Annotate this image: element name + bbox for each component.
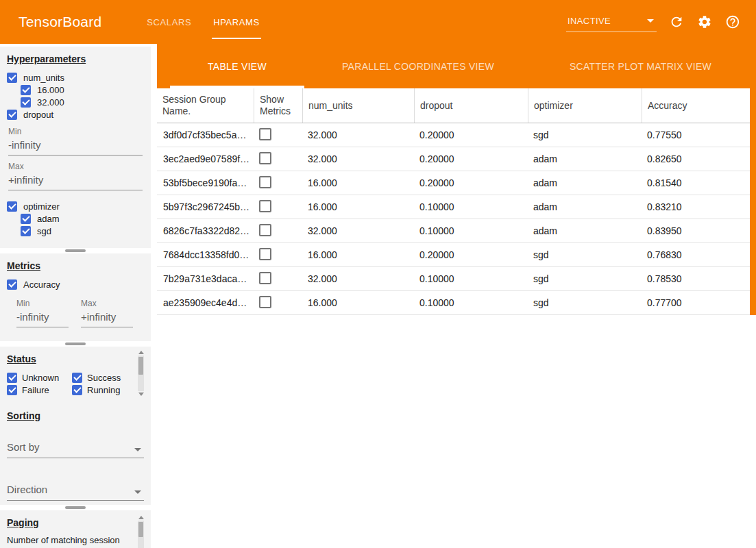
cell-optimizer: adam — [528, 225, 642, 236]
chevron-down-icon — [134, 448, 141, 451]
col-header-show-metrics: Show Metrics — [254, 88, 302, 123]
refresh-button[interactable] — [668, 14, 685, 30]
session-group-name: 6826c7fa3322d82… — [157, 225, 254, 236]
scrollbar-track[interactable] — [138, 521, 144, 548]
chevron-down-icon — [647, 19, 654, 23]
optimizer-adam-checkbox[interactable] — [21, 214, 31, 224]
status-success-label: Success — [87, 373, 121, 383]
metric-min-input[interactable]: -infinity — [16, 311, 69, 327]
metric-min-label: Min — [16, 299, 67, 308]
cell-num-units: 16.000 — [302, 177, 414, 188]
direction-value: Direction — [7, 484, 47, 495]
refresh-icon — [669, 14, 684, 29]
show-metrics-checkbox[interactable] — [259, 272, 271, 284]
status-unknown-checkbox[interactable] — [7, 373, 17, 383]
dropout-label: dropout — [23, 110, 53, 120]
help-icon — [725, 14, 740, 29]
status-failure-label: Failure — [22, 385, 49, 395]
num-units-checkbox[interactable] — [7, 73, 17, 83]
tab-scatter-plot-matrix-view[interactable]: SCATTER PLOT MATRIX VIEW — [532, 44, 749, 88]
status-option-row: Running — [72, 384, 134, 396]
panel-divider — [0, 248, 151, 253]
optimizer-sgd-checkbox[interactable] — [21, 226, 31, 236]
optimizer-checkbox[interactable] — [7, 201, 17, 212]
panel-resize-handle[interactable] — [65, 342, 86, 345]
num-units-value-row: 16.000 — [21, 84, 144, 96]
show-metrics-checkbox[interactable] — [259, 224, 271, 236]
session-group-name: ae235909ec4e4d… — [157, 297, 254, 308]
scroll-down-arrow-icon[interactable] — [138, 393, 144, 396]
dropout-min-input[interactable]: -infinity — [8, 139, 143, 155]
direction-select[interactable]: Direction — [7, 480, 144, 501]
col-header-optimizer: optimizer — [528, 88, 642, 123]
status-option-row: Success — [72, 371, 134, 384]
cell-num-units: 32.000 — [302, 129, 414, 140]
session-group-row: 7684dcc13358fd0… 16.000 0.20000 sgd 0.76… — [157, 243, 756, 267]
session-group-name: 7684dcc13358fd0… — [157, 249, 254, 260]
settings-button[interactable] — [696, 14, 713, 30]
table-vertical-scrollbar[interactable] — [750, 88, 756, 315]
show-metrics-checkbox[interactable] — [259, 128, 271, 140]
scroll-up-arrow-icon[interactable] — [138, 516, 144, 519]
hparams-main: TABLE VIEW PARALLEL COORDINATES VIEW SCA… — [157, 44, 756, 548]
dropout-checkbox[interactable] — [7, 110, 17, 120]
show-metrics-checkbox[interactable] — [259, 248, 271, 260]
cell-accuracy: 0.81540 — [642, 177, 756, 188]
nav-tab-hparams[interactable]: HPARAMS — [202, 0, 271, 44]
cell-dropout: 0.10000 — [414, 273, 528, 284]
show-metrics-checkbox[interactable] — [259, 296, 271, 308]
dropout-min-field: Min -infinity — [7, 127, 144, 155]
session-group-name: 53bf5bece9190fa… — [157, 177, 254, 188]
panel-divider — [0, 341, 151, 347]
tab-parallel-coordinates-view[interactable]: PARALLEL COORDINATES VIEW — [304, 44, 532, 88]
nav-tab-scalars[interactable]: SCALARS — [136, 0, 202, 44]
accuracy-checkbox[interactable] — [7, 279, 17, 290]
cell-dropout: 0.20000 — [414, 129, 528, 140]
dropout-min-label: Min — [8, 127, 144, 136]
dropout-max-label: Max — [8, 162, 144, 171]
show-metrics-checkbox[interactable] — [259, 200, 271, 212]
panel-resize-handle[interactable] — [65, 506, 86, 509]
tab-table-view[interactable]: TABLE VIEW — [170, 44, 304, 88]
cell-accuracy: 0.77550 — [642, 129, 756, 140]
cell-optimizer: sgd — [528, 129, 642, 140]
cell-optimizer: sgd — [528, 249, 642, 260]
status-success-checkbox[interactable] — [72, 373, 82, 383]
cell-dropout: 0.20000 — [414, 249, 528, 260]
num-units-value-row: 32.000 — [21, 96, 144, 108]
metric-max-label: Max — [81, 299, 132, 308]
main-nav: SCALARS HPARAMS — [136, 0, 270, 44]
reload-interval-value: INACTIVE — [568, 16, 611, 26]
cell-optimizer: adam — [528, 153, 642, 164]
help-button[interactable] — [724, 14, 741, 30]
sort-by-select[interactable]: Sort by — [7, 438, 144, 458]
paging-scrollbar[interactable] — [138, 516, 144, 548]
status-running-checkbox[interactable] — [72, 385, 82, 395]
paging-heading: Paging — [7, 517, 144, 528]
panel-resize-handle[interactable] — [65, 249, 86, 252]
scrollbar-thumb[interactable] — [138, 522, 143, 537]
num-units-16-checkbox[interactable] — [21, 85, 31, 95]
reload-interval-select[interactable]: INACTIVE — [566, 12, 657, 32]
metric-accuracy-row: Accuracy — [7, 278, 144, 290]
hparam-num-units-row: num_units — [7, 71, 144, 84]
status-failure-checkbox[interactable] — [7, 385, 17, 395]
scrollbar-track[interactable] — [138, 356, 144, 391]
view-tabs: TABLE VIEW PARALLEL COORDINATES VIEW SCA… — [157, 44, 756, 88]
scroll-up-arrow-icon[interactable] — [138, 351, 144, 354]
num-units-32-checkbox[interactable] — [21, 97, 31, 108]
show-metrics-checkbox[interactable] — [259, 152, 271, 164]
hparams-sidebar: Hyperparameters num_units 16.000 32.000 … — [0, 44, 151, 548]
paging-panel: Paging Number of matching session groups… — [0, 510, 151, 548]
dropout-max-input[interactable]: +infinity — [8, 174, 143, 190]
cell-accuracy: 0.83210 — [642, 201, 756, 212]
metric-max-input[interactable]: +infinity — [81, 311, 133, 327]
hyperparameters-heading: Hyperparameters — [7, 53, 144, 64]
show-metrics-checkbox[interactable] — [259, 176, 271, 188]
status-scrollbar[interactable] — [138, 351, 144, 396]
col-header-dropout: dropout — [414, 88, 528, 123]
scrollbar-thumb[interactable] — [138, 357, 143, 375]
cell-dropout: 0.10000 — [414, 201, 528, 212]
metrics-panel: Metrics Accuracy Min -infinity Max +infi… — [0, 253, 151, 341]
cell-num-units: 16.000 — [302, 249, 414, 260]
